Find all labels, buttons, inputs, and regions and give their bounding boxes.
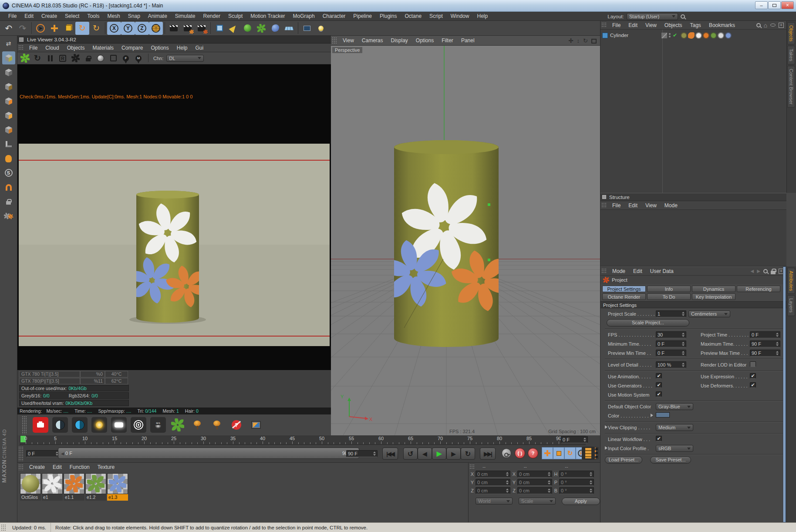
octane-tag[interactable] [725, 32, 732, 39]
octane-logo-icon[interactable] [20, 54, 30, 63]
checkbox-render-lod-in-editor[interactable] [750, 361, 756, 367]
phong-tag[interactable] [688, 32, 695, 39]
lv-menu-objects[interactable]: Objects [63, 45, 89, 51]
hdri-environment-button[interactable] [209, 417, 225, 433]
material-thumbnail[interactable] [64, 473, 84, 494]
search-icon[interactable] [763, 269, 768, 273]
viewport-menu-cameras[interactable]: Cameras [358, 37, 387, 44]
redo-button[interactable] [16, 22, 30, 35]
main-menu-script[interactable]: Script [425, 13, 447, 19]
octane-tag[interactable] [703, 32, 709, 39]
material-e1-1[interactable]: e1.1 [64, 473, 84, 501]
viewport-move-icon[interactable]: ✢ [569, 37, 573, 44]
dock-tab-takes[interactable]: Takes [787, 46, 795, 64]
coord-system-dropdown[interactable]: World [476, 498, 513, 505]
object-list[interactable]: Cylinder ✔ [600, 30, 786, 193]
main-menu-animate[interactable]: Animate [144, 13, 171, 19]
scatter-button[interactable] [170, 417, 186, 433]
coord-mode-dropdown[interactable]: Scale [519, 498, 556, 505]
coord-field-z-1[interactable]: 0 cm [517, 487, 552, 494]
object-row-cylinder[interactable]: Cylinder ✔ [602, 31, 732, 39]
objects-menu-tags[interactable]: Tags [686, 22, 705, 28]
environment-button[interactable] [189, 417, 205, 433]
play-backwards-button[interactable] [403, 448, 418, 460]
x-axis-lock-button[interactable]: X [107, 22, 121, 35]
floor-button[interactable] [282, 22, 296, 35]
attributes-menu-user-data[interactable]: User Data [646, 268, 678, 274]
structure-list[interactable] [600, 210, 786, 266]
main-menu-render[interactable]: Render [199, 13, 224, 19]
main-menu-pipeline[interactable]: Pipeline [349, 13, 376, 19]
material-thumbnail[interactable] [107, 473, 128, 494]
field-minimum-time[interactable]: 0 F [656, 340, 686, 347]
objects-menu-bookmarks[interactable]: Bookmarks [705, 22, 739, 28]
targetted-light-button[interactable] [131, 417, 146, 433]
mograph-button[interactable] [254, 22, 268, 35]
attributes-menu-mode[interactable]: Mode [608, 268, 629, 274]
coord-field-y-1[interactable]: 0 cm [517, 479, 552, 486]
coord-field-x-1[interactable]: 0 cm [517, 471, 552, 478]
timeline-window-button[interactable] [582, 447, 595, 460]
layout-dropdown[interactable]: Startup (User) [627, 13, 678, 20]
viewport-menu-view[interactable]: View [339, 37, 358, 44]
live-viewer-title-bar[interactable]: Live Viewer 3.04.3-R2 [17, 36, 331, 44]
goto-end-button[interactable] [480, 448, 496, 460]
texture-image-button[interactable] [248, 417, 264, 433]
help-disabled-button[interactable] [229, 417, 244, 433]
expand-icon[interactable] [605, 425, 607, 429]
structure-menu-file[interactable]: File [608, 202, 624, 209]
model-mode-button[interactable] [2, 51, 15, 64]
dropdown-srgb[interactable]: sRGB [656, 445, 693, 452]
move-tool-button[interactable] [47, 22, 61, 35]
material-e1[interactable]: e1 [42, 473, 63, 501]
main-menu-mesh[interactable]: Mesh [103, 13, 124, 19]
settings-gear-icon[interactable] [71, 54, 80, 63]
home-icon[interactable] [764, 22, 767, 29]
material-menu-edit[interactable]: Edit [49, 464, 66, 470]
material-e1-2[interactable]: e1.2 [85, 473, 106, 501]
area-light-button[interactable] [111, 417, 127, 433]
glossy-material-button[interactable] [72, 417, 88, 433]
main-menu-character[interactable]: Character [319, 13, 350, 19]
workplane-mode-button[interactable] [2, 80, 15, 93]
key-rotation-toggle[interactable] [564, 447, 576, 459]
dock-tab-objects[interactable]: Objects [787, 22, 795, 44]
sun-light-button[interactable] [91, 417, 107, 433]
main-menu-simulate[interactable]: Simulate [171, 13, 199, 19]
history-forward-icon[interactable] [757, 269, 760, 273]
lv-menu-compare[interactable]: Compare [118, 45, 147, 51]
material-menu-texture[interactable]: Texture [94, 464, 118, 470]
field-maximum-time[interactable]: 90 F [750, 340, 780, 347]
dock-tab-content-browser[interactable]: Content Browser [787, 66, 795, 108]
checkbox-use-motion-system[interactable]: ✔ [656, 391, 662, 397]
structure-menu-edit[interactable]: Edit [624, 202, 641, 209]
eye-icon[interactable] [770, 24, 776, 27]
main-menu-motion-tracker[interactable]: Motion Tracker [246, 13, 289, 19]
workplane-button[interactable] [2, 138, 15, 151]
expand-icon[interactable] [651, 414, 653, 417]
coord-field-b-2[interactable]: 0 ° [559, 487, 594, 494]
subdivision-surface-button[interactable] [240, 22, 254, 35]
current-frame-field[interactable]: 0 F [26, 450, 60, 457]
apply-button[interactable]: Apply [562, 498, 600, 505]
lv-menu-materials[interactable]: Materials [88, 45, 118, 51]
maximize-button[interactable] [768, 1, 781, 9]
add-primitive-button[interactable] [212, 22, 226, 35]
y-axis-lock-button[interactable]: Y [121, 22, 135, 35]
section-title[interactable]: Project Settings [600, 301, 786, 308]
key-position-toggle[interactable] [542, 447, 553, 459]
light-button[interactable] [314, 22, 328, 35]
viewport-3d-view[interactable]: Perspective Y X FPS : 321.4 Grid Spacing… [331, 46, 600, 435]
checkbox-use-generators[interactable]: ✔ [656, 382, 662, 388]
main-menu-plugins[interactable]: Plugins [376, 13, 401, 19]
goto-start-button[interactable] [382, 448, 398, 460]
coord-field-y-0[interactable]: 0 cm [476, 479, 510, 486]
tab-octane-render[interactable]: Octane Render [602, 293, 646, 300]
main-menu-file[interactable]: File [4, 13, 20, 19]
checkbox-linear-workflow[interactable]: ✔ [656, 436, 662, 441]
field-preview-min-time[interactable]: 0 F [656, 350, 686, 357]
objects-menu-view[interactable]: View [641, 22, 661, 28]
button-load-preset[interactable]: Load Preset... [605, 456, 642, 464]
magnet-snap-button[interactable] [2, 181, 15, 194]
main-menu-tools[interactable]: Tools [83, 13, 103, 19]
